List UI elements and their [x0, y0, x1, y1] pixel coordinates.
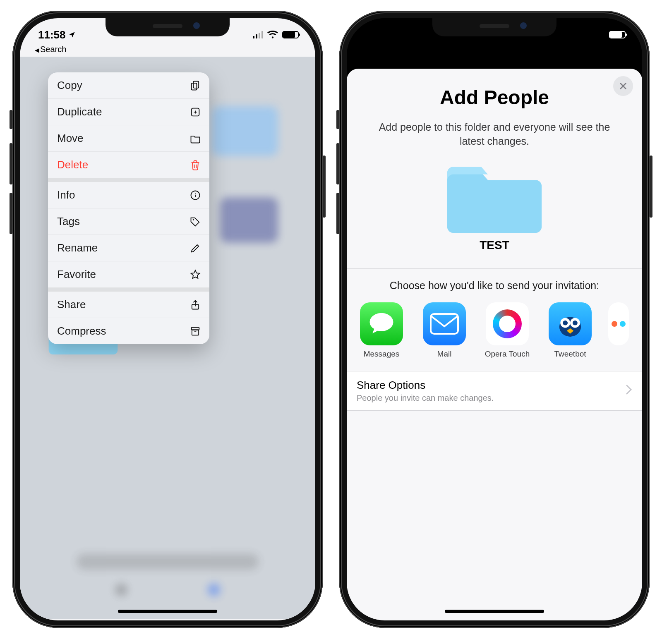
context-menu-duplicate[interactable]: Duplicate — [48, 99, 209, 125]
duplicate-icon — [189, 106, 201, 118]
svg-point-4 — [195, 193, 196, 194]
status-time: 11:58 — [38, 29, 76, 41]
battery-icon — [282, 31, 299, 38]
context-menu-label: Compress — [57, 325, 106, 338]
context-menu-copy[interactable]: Copy — [48, 72, 209, 99]
volume-up-button — [10, 143, 12, 184]
context-menu-label: Share — [57, 298, 86, 311]
location-icon — [68, 29, 76, 41]
app-label: Mail — [420, 350, 469, 359]
tweetbot-icon — [549, 302, 592, 345]
volume-up-button — [336, 143, 339, 184]
screen-left: 11:58 Search — [20, 18, 315, 620]
share-app-opera-touch[interactable]: Opera Touch — [482, 302, 532, 359]
context-menu: CopyDuplicateMoveDeleteInfoTagsRenameFav… — [48, 72, 209, 344]
trash-icon — [189, 159, 201, 171]
notch — [432, 18, 556, 36]
svg-rect-9 — [431, 314, 458, 334]
context-menu-move[interactable]: Move — [48, 125, 209, 152]
app-label: Messages — [357, 350, 406, 359]
volume-down-button — [336, 193, 339, 234]
folder-graphic — [447, 159, 542, 233]
context-menu-label: Duplicate — [57, 105, 102, 118]
phone-left: 11:58 Search — [12, 11, 323, 628]
app-label: Tweetbot — [545, 350, 595, 359]
context-menu-info[interactable]: Info — [48, 182, 209, 208]
screen-right: 11:58 Search Add People — [347, 18, 642, 620]
context-menu-label: Copy — [57, 79, 82, 92]
side-button — [650, 156, 652, 218]
share-app-messages[interactable]: Messages — [357, 302, 406, 359]
status-time-text: 11:58 — [38, 29, 66, 41]
share-options-title: Share Options — [357, 379, 494, 392]
home-indicator[interactable] — [445, 610, 544, 613]
context-menu-tags[interactable]: Tags — [48, 208, 209, 235]
messages-icon — [360, 302, 403, 345]
share-app-more[interactable] — [608, 302, 629, 359]
opera-touch-icon — [486, 302, 529, 345]
copy-icon — [189, 80, 201, 91]
more-icon — [608, 302, 629, 345]
share-sheet: Add People Add people to this folder and… — [347, 69, 642, 620]
notch — [106, 18, 230, 36]
svg-point-14 — [573, 320, 578, 325]
svg-point-5 — [193, 219, 194, 220]
star-icon — [189, 269, 201, 280]
context-menu-delete[interactable]: Delete — [48, 152, 209, 182]
chevron-right-icon — [626, 384, 632, 398]
context-menu-favorite[interactable]: Favorite — [48, 261, 209, 292]
volume-down-button — [10, 193, 12, 234]
context-menu-compress[interactable]: Compress — [48, 318, 209, 344]
context-menu-rename[interactable]: Rename — [48, 235, 209, 261]
mute-switch — [10, 110, 12, 129]
close-button[interactable] — [613, 76, 633, 96]
archive-icon — [189, 326, 201, 337]
mute-switch — [336, 110, 339, 129]
battery-icon — [609, 31, 626, 38]
tag-icon — [189, 216, 201, 227]
share-icon — [189, 299, 201, 311]
pencil-icon — [189, 242, 201, 254]
share-options-subtitle: People you invite can make changes. — [357, 393, 494, 403]
files-background: CopyDuplicateMoveDeleteInfoTagsRenameFav… — [20, 57, 315, 619]
svg-rect-0 — [193, 81, 199, 88]
home-indicator[interactable] — [118, 610, 217, 613]
folder-icon — [189, 133, 201, 144]
svg-point-13 — [563, 320, 568, 325]
svg-rect-1 — [192, 83, 197, 90]
side-button — [323, 156, 326, 218]
context-menu-label: Tags — [57, 215, 80, 228]
share-app-mail[interactable]: Mail — [420, 302, 469, 359]
context-menu-label: Move — [57, 132, 84, 145]
context-menu-label: Info — [57, 189, 75, 201]
context-menu-label: Favorite — [57, 268, 96, 281]
context-menu-label: Delete — [57, 158, 88, 171]
sheet-subtitle: Add people to this folder and everyone w… — [367, 120, 621, 148]
info-icon — [189, 189, 201, 201]
choose-invitation-label: Choose how you'd like to send your invit… — [363, 280, 626, 292]
share-options-row[interactable]: Share Options People you invite can make… — [347, 371, 642, 411]
context-menu-label: Rename — [57, 242, 98, 254]
context-menu-share[interactable]: Share — [48, 292, 209, 318]
mail-icon — [423, 302, 466, 345]
app-label: Opera Touch — [482, 350, 532, 359]
wifi-icon — [267, 31, 278, 39]
phone-right: 11:58 Search Add People — [339, 11, 650, 628]
folder-name-label: TEST — [347, 239, 642, 252]
sheet-title: Add People — [347, 86, 642, 109]
cellular-icon — [253, 31, 263, 38]
divider — [347, 268, 642, 269]
back-to-search-link[interactable]: Search — [20, 45, 315, 57]
share-apps-row[interactable]: Messages Mail Opera Touch — [347, 292, 642, 369]
share-app-tweetbot[interactable]: Tweetbot — [545, 302, 595, 359]
svg-rect-8 — [192, 330, 199, 335]
